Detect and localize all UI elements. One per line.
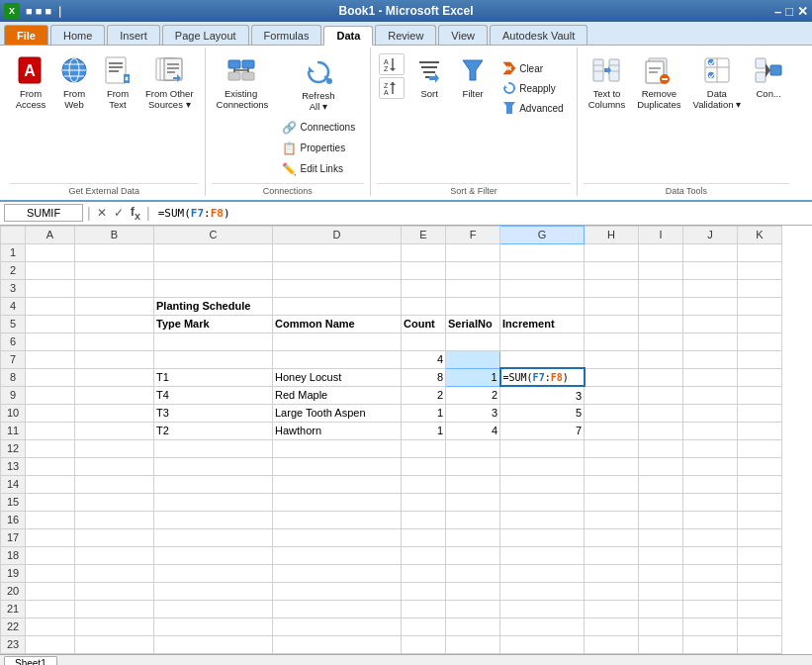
cell-k14[interactable]: [738, 475, 782, 493]
cell-a8[interactable]: [26, 368, 75, 386]
cell-h23[interactable]: [585, 635, 639, 653]
cell-d11[interactable]: Hawthorn: [273, 422, 402, 439]
cell-c2[interactable]: [154, 261, 273, 279]
properties-button[interactable]: 📋 Properties: [277, 139, 361, 158]
col-header-d[interactable]: D: [273, 226, 402, 243]
col-header-f[interactable]: F: [446, 226, 500, 243]
cell-d20[interactable]: [273, 582, 402, 600]
cell-g22[interactable]: [500, 618, 585, 635]
cell-h16[interactable]: [585, 511, 639, 528]
cell-f16[interactable]: [446, 511, 500, 528]
cell-j5[interactable]: [683, 315, 738, 332]
cell-j12[interactable]: [683, 439, 738, 457]
sort-button[interactable]: Sort: [408, 51, 450, 111]
cell-k17[interactable]: [738, 528, 782, 546]
cell-f21[interactable]: [446, 600, 500, 618]
col-header-b[interactable]: B: [75, 226, 154, 243]
cell-i4[interactable]: [639, 297, 683, 315]
cell-j19[interactable]: [683, 564, 738, 582]
cell-i8[interactable]: [639, 368, 683, 386]
cell-f9[interactable]: 2: [446, 386, 500, 404]
cell-a14[interactable]: [26, 475, 75, 493]
cell-c4[interactable]: Planting Schedule: [154, 297, 273, 315]
cell-h4[interactable]: [585, 297, 639, 315]
cell-e7[interactable]: 4: [402, 350, 446, 368]
cell-d23[interactable]: [273, 635, 402, 653]
cell-f12[interactable]: [446, 439, 500, 457]
cell-j16[interactable]: [683, 511, 738, 528]
cell-b6[interactable]: [75, 332, 154, 350]
cell-g21[interactable]: [500, 600, 585, 618]
cell-a23[interactable]: [26, 635, 75, 653]
cell-b21[interactable]: [75, 600, 154, 618]
cell-d5[interactable]: Common Name: [273, 315, 402, 332]
sort-za-button[interactable]: Z A: [379, 77, 405, 99]
cell-c3[interactable]: [154, 279, 273, 297]
cell-a16[interactable]: [26, 511, 75, 528]
cell-k13[interactable]: [738, 457, 782, 475]
cell-e4[interactable]: [402, 297, 446, 315]
col-header-e[interactable]: E: [402, 226, 446, 243]
cell-a21[interactable]: [26, 600, 75, 618]
cell-b2[interactable]: [75, 261, 154, 279]
cell-d21[interactable]: [273, 600, 402, 618]
cell-e16[interactable]: [402, 511, 446, 528]
cell-h15[interactable]: [585, 493, 639, 511]
cell-d12[interactable]: [273, 439, 402, 457]
cell-g7[interactable]: [500, 350, 585, 368]
cell-h9[interactable]: [585, 386, 639, 404]
cell-j4[interactable]: [683, 297, 738, 315]
cell-e9[interactable]: 2: [402, 386, 446, 404]
cell-g4[interactable]: [500, 297, 585, 315]
cell-c6[interactable]: [154, 332, 273, 350]
name-box[interactable]: [4, 204, 83, 222]
cell-b12[interactable]: [75, 439, 154, 457]
edit-links-button[interactable]: ✏️ Edit Links: [277, 159, 361, 179]
cell-b13[interactable]: [75, 457, 154, 475]
cell-a5[interactable]: [26, 315, 75, 332]
col-header-j[interactable]: J: [683, 226, 738, 243]
cell-e11[interactable]: 1: [402, 422, 446, 439]
data-validation-button[interactable]: DataValidation ▾: [688, 51, 747, 114]
cell-a10[interactable]: [26, 404, 75, 422]
cell-g23[interactable]: [500, 635, 585, 653]
cell-e18[interactable]: [402, 546, 446, 564]
cell-b20[interactable]: [75, 582, 154, 600]
cell-h17[interactable]: [585, 528, 639, 546]
cell-k4[interactable]: [738, 297, 782, 315]
cell-b17[interactable]: [75, 528, 154, 546]
cell-j11[interactable]: [683, 422, 738, 439]
cell-h8[interactable]: [585, 368, 639, 386]
cell-i18[interactable]: [639, 546, 683, 564]
cell-h22[interactable]: [585, 618, 639, 635]
confirm-formula-btn[interactable]: ✓: [112, 206, 126, 220]
cell-d8[interactable]: Honey Locust: [273, 368, 402, 386]
cell-d14[interactable]: [273, 475, 402, 493]
cell-j1[interactable]: [683, 243, 738, 261]
cell-h14[interactable]: [585, 475, 639, 493]
cell-a17[interactable]: [26, 528, 75, 546]
cell-f20[interactable]: [446, 582, 500, 600]
cell-a13[interactable]: [26, 457, 75, 475]
cell-e3[interactable]: [402, 279, 446, 297]
cell-h10[interactable]: [585, 404, 639, 422]
cell-c7[interactable]: [154, 350, 273, 368]
cell-a2[interactable]: [26, 261, 75, 279]
tab-view[interactable]: View: [438, 25, 488, 45]
cell-g5[interactable]: Increment: [500, 315, 585, 332]
cell-g17[interactable]: [500, 528, 585, 546]
cell-j3[interactable]: [683, 279, 738, 297]
sheet-tab-sheet1[interactable]: Sheet1: [4, 656, 57, 665]
minimize-btn[interactable]: –: [774, 4, 781, 19]
cell-k18[interactable]: [738, 546, 782, 564]
cell-b18[interactable]: [75, 546, 154, 564]
cell-d7[interactable]: [273, 350, 402, 368]
cell-h1[interactable]: [585, 243, 639, 261]
col-header-g[interactable]: G: [500, 226, 585, 243]
cell-k23[interactable]: [738, 635, 782, 653]
cell-i6[interactable]: [639, 332, 683, 350]
cell-c17[interactable]: [154, 528, 273, 546]
cell-e15[interactable]: [402, 493, 446, 511]
cell-f10[interactable]: 3: [446, 404, 500, 422]
cell-g11[interactable]: 7: [500, 422, 585, 439]
